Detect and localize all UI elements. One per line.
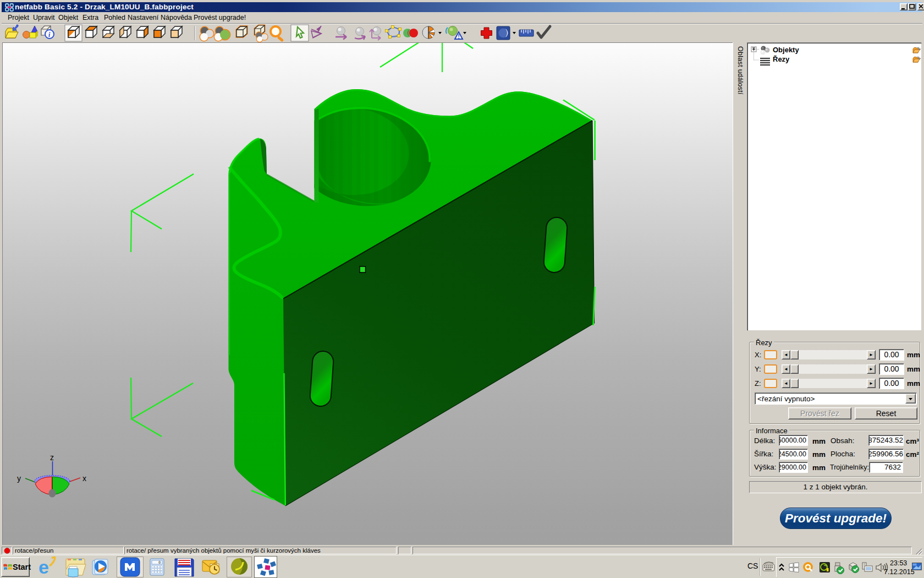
svg-text:x: x (82, 474, 86, 483)
svg-text:y: y (17, 474, 21, 483)
svg-text:!: ! (458, 34, 460, 40)
svg-text:0: 0 (158, 560, 161, 565)
svg-text:e: e (38, 557, 49, 577)
svg-text:z: z (50, 453, 54, 462)
